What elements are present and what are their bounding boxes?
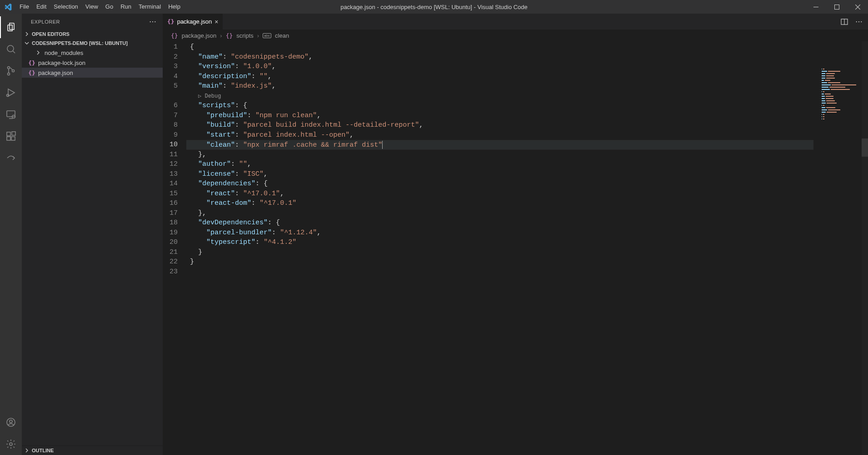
section-project[interactable]: CODESNIPPETS-DEMO [WSL: UBUNTU] bbox=[22, 39, 163, 48]
text-editor[interactable]: 12345 67891011121314151617181920212223 {… bbox=[163, 41, 868, 455]
tree-file-package-json[interactable]: {} package.json bbox=[22, 68, 163, 78]
close-icon[interactable]: × bbox=[215, 18, 218, 25]
scrollbar-thumb[interactable] bbox=[862, 138, 868, 157]
svg-point-2 bbox=[7, 45, 14, 52]
svg-rect-1 bbox=[834, 5, 839, 9]
svg-point-14 bbox=[10, 420, 12, 423]
settings-gear-icon[interactable] bbox=[0, 433, 22, 455]
vertical-scrollbar[interactable] bbox=[862, 41, 868, 455]
sidebar-more-icon[interactable]: ⋯ bbox=[149, 17, 157, 26]
menu-selection[interactable]: Selection bbox=[50, 0, 81, 14]
run-debug-icon[interactable] bbox=[0, 82, 22, 104]
section-outline[interactable]: OUTLINE bbox=[22, 445, 163, 455]
vscode-logo-icon bbox=[0, 3, 16, 11]
menu-edit[interactable]: Edit bbox=[33, 0, 50, 14]
minimize-button[interactable] bbox=[805, 0, 826, 14]
tree-item-label: package-lock.json bbox=[38, 59, 85, 66]
source-control-icon[interactable] bbox=[0, 60, 22, 82]
minimap[interactable] bbox=[822, 69, 862, 123]
explorer-sidebar: EXPLORER ⋯ OPEN EDITORS CODESNIPPETS-DEM… bbox=[22, 14, 163, 455]
json-icon: {} bbox=[226, 32, 233, 39]
tree-folder-node-modules[interactable]: node_modules bbox=[22, 48, 163, 58]
editor-tabs: {} package.json × ⋯ bbox=[163, 14, 868, 30]
svg-rect-10 bbox=[7, 137, 10, 140]
json-icon: {} bbox=[171, 32, 178, 39]
section-open-editors-label: OPEN EDITORS bbox=[32, 31, 70, 37]
svg-rect-0 bbox=[813, 7, 818, 7]
breadcrumb-item[interactable]: package.json bbox=[182, 32, 217, 39]
chevron-right-icon: › bbox=[257, 32, 259, 39]
activity-bar bbox=[0, 14, 22, 455]
code-content[interactable]: { "name": "codesnippets-demo", "version"… bbox=[190, 42, 813, 277]
menu-help[interactable]: Help bbox=[165, 0, 184, 14]
section-open-editors[interactable]: OPEN EDITORS bbox=[22, 30, 163, 39]
line-number-gutter: 12345 67891011121314151617181920212223 bbox=[163, 41, 188, 277]
editor-actions: ⋯ bbox=[841, 14, 868, 30]
svg-rect-9 bbox=[7, 132, 10, 136]
remote-explorer-icon[interactable] bbox=[0, 104, 22, 125]
live-share-icon[interactable] bbox=[0, 147, 22, 169]
split-editor-icon[interactable] bbox=[841, 18, 848, 25]
chevron-right-icon: › bbox=[220, 32, 222, 39]
more-actions-icon[interactable]: ⋯ bbox=[855, 17, 863, 26]
svg-point-6 bbox=[7, 94, 9, 97]
svg-rect-11 bbox=[11, 137, 15, 140]
chevron-right-icon bbox=[35, 50, 42, 55]
breadcrumb-item[interactable]: clean bbox=[275, 32, 289, 39]
json-icon: {} bbox=[28, 59, 35, 66]
close-button[interactable] bbox=[847, 0, 868, 14]
string-icon: abc bbox=[263, 33, 271, 38]
tree-item-label: node_modules bbox=[45, 49, 83, 56]
breadcrumbs[interactable]: {} package.json › {} scripts › abc clean bbox=[163, 30, 868, 41]
svg-point-15 bbox=[10, 443, 12, 445]
window-controls bbox=[805, 0, 868, 14]
sidebar-title: EXPLORER ⋯ bbox=[22, 14, 163, 30]
tab-package-json[interactable]: {} package.json × bbox=[163, 14, 223, 30]
tree-item-label: package.json bbox=[38, 69, 73, 76]
search-icon[interactable] bbox=[0, 38, 22, 60]
chevron-down-icon bbox=[24, 40, 30, 46]
codelens-debug[interactable]: ▷ Debug bbox=[190, 91, 813, 101]
title-bar: File Edit Selection View Go Run Terminal… bbox=[0, 0, 868, 14]
breadcrumb-item[interactable]: scripts bbox=[236, 32, 254, 39]
svg-point-3 bbox=[8, 67, 10, 69]
explorer-icon[interactable] bbox=[0, 16, 22, 38]
section-outline-label: OUTLINE bbox=[32, 448, 54, 453]
tree-file-package-lock[interactable]: {} package-lock.json bbox=[22, 58, 163, 68]
svg-point-4 bbox=[8, 73, 10, 75]
file-tree: node_modules {} package-lock.json {} pac… bbox=[22, 48, 163, 78]
menu-terminal[interactable]: Terminal bbox=[135, 0, 165, 14]
maximize-button[interactable] bbox=[826, 0, 847, 14]
tab-label: package.json bbox=[177, 18, 212, 25]
sidebar-title-label: EXPLORER bbox=[31, 19, 60, 25]
extensions-icon[interactable] bbox=[0, 125, 22, 147]
svg-rect-7 bbox=[7, 111, 15, 117]
svg-rect-12 bbox=[12, 132, 15, 135]
menu-view[interactable]: View bbox=[82, 0, 102, 14]
section-project-label: CODESNIPPETS-DEMO [WSL: UBUNTU] bbox=[32, 40, 128, 46]
editor-area: {} package.json × ⋯ {} package.json › {}… bbox=[163, 14, 868, 455]
menu-run[interactable]: Run bbox=[117, 0, 135, 14]
svg-point-5 bbox=[12, 70, 15, 72]
accounts-icon[interactable] bbox=[0, 411, 22, 433]
json-icon: {} bbox=[28, 69, 35, 76]
menu-file[interactable]: File bbox=[16, 0, 33, 14]
chevron-right-icon bbox=[24, 448, 30, 453]
json-icon: {} bbox=[167, 18, 175, 25]
menu-go[interactable]: Go bbox=[102, 0, 117, 14]
menu-bar: File Edit Selection View Go Run Terminal… bbox=[16, 0, 184, 14]
chevron-right-icon bbox=[24, 31, 30, 37]
